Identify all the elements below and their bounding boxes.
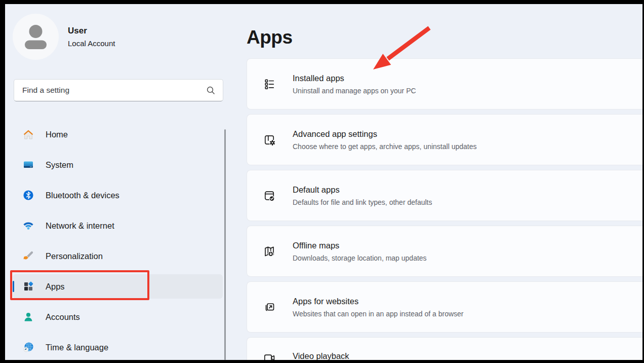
sidebar-item-label: Network & internet	[46, 221, 114, 231]
advanced-app-settings-icon	[262, 133, 276, 147]
sidebar-item-network-internet[interactable]: Network & internet	[13, 213, 223, 238]
card-installed-apps[interactable]: Installed apps Uninstall and manage apps…	[247, 58, 642, 110]
default-apps-icon	[262, 189, 276, 203]
sidebar-item-label: System	[46, 160, 73, 170]
video-playback-icon	[262, 351, 276, 360]
sidebar-item-label: Accounts	[46, 312, 80, 322]
accounts-icon	[22, 311, 34, 323]
card-advanced-app-settings[interactable]: Advanced app settings Choose where to ge…	[247, 114, 642, 165]
sidebar-item-system[interactable]: System	[13, 153, 223, 177]
card-subtitle: Choose where to get apps, archive apps, …	[293, 142, 476, 151]
sidebar-item-label: Apps	[46, 282, 65, 292]
sidebar-item-label: Personalization	[46, 251, 103, 261]
sidebar: User Local Account Home	[5, 4, 233, 360]
offline-maps-icon	[262, 244, 276, 259]
sidebar-nav: Home System	[13, 122, 223, 360]
installed-apps-icon	[262, 77, 276, 91]
card-apps-for-websites[interactable]: Apps for websites Websites that can open…	[247, 281, 642, 333]
system-icon	[22, 159, 34, 171]
search-box	[14, 79, 223, 101]
sidebar-item-home[interactable]: Home	[13, 122, 223, 147]
account-type: Local Account	[68, 39, 115, 48]
settings-window: User Local Account Home	[5, 4, 642, 360]
screenshot-frame: User Local Account Home	[0, 0, 644, 363]
home-icon	[22, 128, 34, 140]
search-icon	[206, 86, 216, 95]
card-title: Video playback	[293, 351, 349, 360]
card-title: Advanced app settings	[293, 129, 476, 139]
sidebar-item-accounts[interactable]: Accounts	[13, 305, 223, 329]
card-title: Offline maps	[293, 241, 427, 250]
main-content: Apps Installed apps Uninstall and manag	[233, 4, 642, 360]
wifi-icon	[22, 220, 34, 232]
user-name: User	[68, 26, 115, 36]
card-title: Apps for websites	[293, 297, 464, 306]
card-subtitle: Uninstall and manage apps on your PC	[293, 87, 416, 95]
sidebar-scrollbar[interactable]	[224, 129, 226, 360]
sidebar-item-label: Time & language	[46, 343, 108, 352]
sidebar-item-time-language[interactable]: Time & language	[13, 335, 223, 359]
user-profile: User Local Account	[13, 14, 115, 60]
card-subtitle: Downloads, storage location, map updates	[293, 254, 427, 262]
card-title: Default apps	[293, 185, 432, 195]
card-default-apps[interactable]: Default apps Defaults for file and link …	[247, 170, 642, 221]
card-offline-maps[interactable]: Offline maps Downloads, storage location…	[247, 226, 642, 277]
sidebar-item-label: Home	[46, 130, 68, 139]
settings-card-list: Installed apps Uninstall and manage apps…	[247, 58, 642, 360]
card-subtitle: Websites that can open in an app instead…	[293, 310, 464, 318]
time-language-icon	[22, 341, 34, 353]
apps-icon	[22, 280, 34, 293]
page-title: Apps	[247, 27, 293, 48]
sidebar-item-label: Bluetooth & devices	[46, 191, 119, 200]
sidebar-item-bluetooth-devices[interactable]: Bluetooth & devices	[13, 183, 223, 207]
apps-for-websites-icon	[262, 300, 276, 314]
card-title: Installed apps	[293, 74, 416, 83]
paintbrush-icon	[22, 250, 34, 262]
avatar	[13, 14, 59, 60]
search-input[interactable]	[21, 85, 206, 95]
card-video-playback[interactable]: Video playback	[247, 337, 642, 360]
sidebar-item-personalization[interactable]: Personalization	[13, 244, 223, 268]
card-subtitle: Defaults for file and link types, other …	[293, 198, 432, 206]
bluetooth-icon	[22, 189, 34, 201]
sidebar-item-apps[interactable]: Apps	[13, 274, 223, 299]
